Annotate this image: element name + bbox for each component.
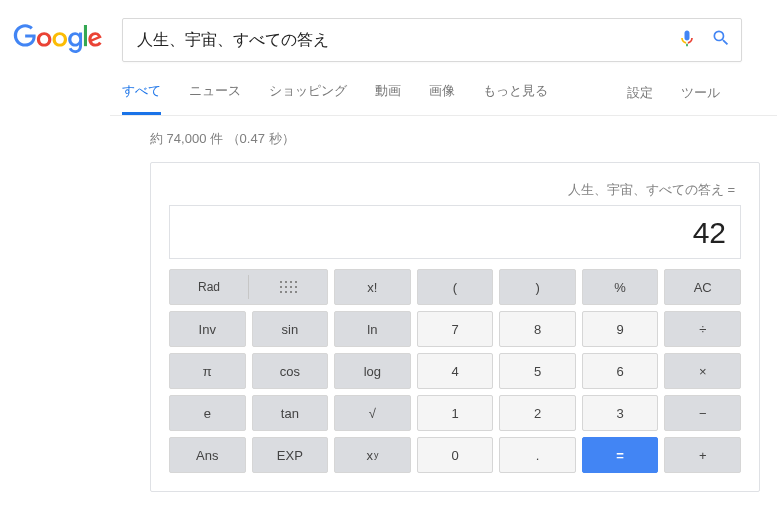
btn-2[interactable]: 2	[499, 395, 576, 431]
btn-divide[interactable]: ÷	[664, 311, 741, 347]
btn-rad[interactable]: Rad	[170, 280, 248, 294]
tab-more[interactable]: もっと見る	[483, 82, 548, 115]
btn-equals[interactable]: =	[582, 437, 659, 473]
btn-9[interactable]: 9	[582, 311, 659, 347]
btn-6[interactable]: 6	[582, 353, 659, 389]
btn-8[interactable]: 8	[499, 311, 576, 347]
google-logo[interactable]	[12, 24, 104, 58]
btn-tan[interactable]: tan	[252, 395, 329, 431]
search-tabs: すべて ニュース ショッピング 動画 画像 もっと見る	[122, 82, 548, 115]
btn-inv[interactable]: Inv	[169, 311, 246, 347]
search-icon[interactable]	[711, 28, 731, 52]
tabs-divider	[110, 115, 777, 116]
tab-images[interactable]: 画像	[429, 82, 455, 115]
btn-rad-deg[interactable]: Rad	[169, 269, 328, 305]
btn-history[interactable]	[249, 281, 327, 293]
result-stats: 約 74,000 件 （0.47 秒）	[150, 130, 777, 148]
btn-1[interactable]: 1	[417, 395, 494, 431]
calc-result: 42	[169, 205, 741, 259]
btn-dot[interactable]: .	[499, 437, 576, 473]
calculator-card: 人生、宇宙、すべての答え = 42 Radx!()%ACInvsinln789÷…	[150, 162, 760, 492]
tab-videos[interactable]: 動画	[375, 82, 401, 115]
tab-shopping[interactable]: ショッピング	[269, 82, 347, 115]
btn-exp[interactable]: EXP	[252, 437, 329, 473]
link-tools[interactable]: ツール	[681, 84, 720, 114]
btn-4[interactable]: 4	[417, 353, 494, 389]
btn-3[interactable]: 3	[582, 395, 659, 431]
btn-ln[interactable]: ln	[334, 311, 411, 347]
btn-pi[interactable]: π	[169, 353, 246, 389]
btn-ans[interactable]: Ans	[169, 437, 246, 473]
btn-add[interactable]: +	[664, 437, 741, 473]
btn-cos[interactable]: cos	[252, 353, 329, 389]
tab-news[interactable]: ニュース	[189, 82, 241, 115]
voice-search-icon[interactable]	[677, 28, 697, 52]
calc-expression: 人生、宇宙、すべての答え =	[169, 181, 741, 199]
btn-sin[interactable]: sin	[252, 311, 329, 347]
search-input[interactable]	[137, 31, 677, 49]
btn-e[interactable]: e	[169, 395, 246, 431]
btn-7[interactable]: 7	[417, 311, 494, 347]
btn-5[interactable]: 5	[499, 353, 576, 389]
btn-percent[interactable]: %	[582, 269, 659, 305]
link-settings[interactable]: 設定	[627, 84, 653, 114]
history-icon	[280, 281, 297, 293]
btn-lparen[interactable]: (	[417, 269, 494, 305]
btn-subtract[interactable]: −	[664, 395, 741, 431]
search-box[interactable]	[122, 18, 742, 62]
btn-factorial[interactable]: x!	[334, 269, 411, 305]
btn-ac[interactable]: AC	[664, 269, 741, 305]
btn-power[interactable]: xy	[334, 437, 411, 473]
btn-log[interactable]: log	[334, 353, 411, 389]
btn-rparen[interactable]: )	[499, 269, 576, 305]
tab-all[interactable]: すべて	[122, 82, 161, 115]
btn-0[interactable]: 0	[417, 437, 494, 473]
btn-multiply[interactable]: ×	[664, 353, 741, 389]
btn-sqrt[interactable]: √	[334, 395, 411, 431]
